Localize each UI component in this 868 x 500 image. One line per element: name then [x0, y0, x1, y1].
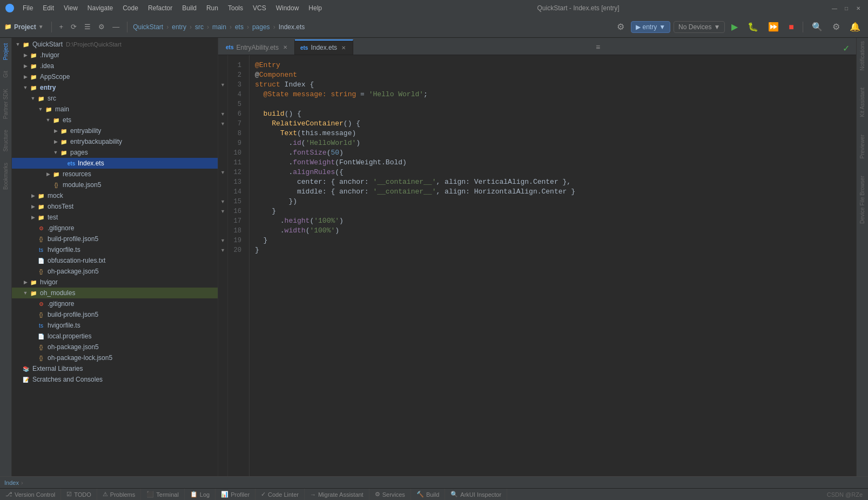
fold-arrow-3[interactable]: ▼	[220, 82, 225, 88]
tree-item-resources[interactable]: ▶📁resources	[12, 169, 218, 179]
bottom-tab-log[interactable]: 📋 Log	[185, 489, 216, 500]
tree-item-indexets[interactable]: etsIndex.ets	[12, 158, 218, 169]
breadcrumb-quickstart[interactable]: QuickStart	[133, 23, 163, 31]
bottom-tab-migrate[interactable]: → Migrate Assistant	[305, 489, 369, 500]
tree-item-ohpackage[interactable]: {}oh-package.json5	[12, 266, 218, 277]
menu-view[interactable]: View	[59, 3, 82, 14]
tree-arrow-pages[interactable]: ▼	[52, 150, 59, 155]
sidebar-bookmarks-toggle[interactable]: Bookmarks	[2, 159, 10, 193]
tree-arrow-ets[interactable]: ▼	[44, 117, 52, 123]
bottom-tab-terminal[interactable]: ⬛ Terminal	[141, 489, 185, 500]
tab-actions-button[interactable]: ≡	[594, 42, 602, 52]
tree-item-buildprofile2[interactable]: {}build-profile.json5	[12, 309, 218, 320]
minimize-button[interactable]: —	[830, 4, 839, 12]
new-file-button[interactable]: +	[57, 22, 66, 32]
tree-item-entryability[interactable]: ▶📁entryability	[12, 125, 218, 136]
breadcrumb-entry[interactable]: entry	[172, 23, 186, 31]
right-kit-assistant[interactable]: Kit Assistant	[858, 84, 866, 120]
menu-tools[interactable]: Tools	[224, 3, 247, 14]
sidebar-sdk-toggle[interactable]: Partner SDK	[2, 85, 10, 122]
tree-arrow-ohmodules[interactable]: ▼	[22, 290, 29, 296]
bottom-tab-arkui-inspector[interactable]: 🔍 ArkUI Inspector	[445, 489, 507, 500]
tree-arrow-hvigor2[interactable]: ▶	[22, 279, 29, 285]
fold-arrow-20[interactable]: ▼	[220, 248, 225, 253]
search-button[interactable]: 🔍	[809, 19, 826, 34]
bottom-tab-todo[interactable]: ☑ TODO	[61, 489, 97, 500]
tree-item-hvigor1[interactable]: ▶📁.hvigor	[12, 50, 218, 61]
breadcrumb-src[interactable]: src	[195, 23, 204, 31]
bottom-tab-services[interactable]: ⚙ Services	[369, 489, 411, 500]
fold-arrow-19[interactable]: ▼	[220, 238, 225, 243]
bottom-tab-code-linter[interactable]: ✓ Code Linter	[255, 489, 305, 500]
settings2-button[interactable]: ⚙	[829, 19, 843, 34]
tree-item-ohmodules[interactable]: ▼📁oh_modules	[12, 288, 218, 298]
tree-item-entrybackupability[interactable]: ▶📁entrybackupability	[12, 136, 218, 147]
tree-arrow-main[interactable]: ▼	[37, 106, 44, 112]
menu-help[interactable]: Help	[304, 3, 326, 14]
tree-arrow-resources[interactable]: ▶	[44, 171, 52, 177]
tree-arrow-test[interactable]: ▶	[29, 215, 37, 220]
tab-index-close[interactable]: ✕	[340, 44, 347, 51]
right-notifications[interactable]: Notifications	[858, 38, 866, 74]
tree-item-hvigor2[interactable]: ▶📁hvigor	[12, 277, 218, 288]
tree-item-buildprofile[interactable]: {}build-profile.json5	[12, 234, 218, 244]
filter-button[interactable]: ☰	[82, 22, 93, 32]
tree-arrow-hvigor1[interactable]: ▶	[22, 52, 29, 58]
stop-button[interactable]: ■	[785, 20, 797, 34]
tree-arrow-idea[interactable]: ▶	[22, 63, 29, 69]
fold-arrow-6[interactable]: ▼	[220, 111, 225, 117]
tree-arrow-quickstart[interactable]: ▼	[14, 42, 22, 47]
tree-arrow-src[interactable]: ▼	[29, 96, 37, 101]
tree-item-idea[interactable]: ▶📁.idea	[12, 61, 218, 71]
gear-settings-button[interactable]: ⚙	[614, 19, 628, 34]
tree-item-test[interactable]: ▶📁test	[12, 212, 218, 223]
menu-window[interactable]: Window	[272, 3, 304, 14]
fold-arrow-12[interactable]: ▼	[220, 170, 225, 175]
tree-arrow-entry[interactable]: ▼	[22, 85, 29, 90]
tree-item-hvigorfile2[interactable]: tshvigorfile.ts	[12, 320, 218, 331]
device-dropdown[interactable]: No Devices ▼	[674, 21, 725, 33]
tree-item-ets[interactable]: ▼📁ets	[12, 115, 218, 125]
tree-item-ohpackagelock[interactable]: {}oh-package-lock.json5	[12, 352, 218, 363]
tree-item-gitignore1[interactable]: ⚙.gitignore	[12, 223, 218, 234]
run-button[interactable]: ▶	[728, 19, 741, 34]
tree-item-mock[interactable]: ▶📁mock	[12, 190, 218, 201]
sync-button[interactable]: ⟳	[69, 22, 79, 32]
project-dropdown[interactable]: 📁 Project ▼	[4, 23, 44, 31]
menu-build[interactable]: Build	[178, 3, 201, 14]
menu-edit[interactable]: Edit	[38, 3, 58, 14]
profile-button[interactable]: ⏩	[765, 19, 782, 34]
tree-item-pages[interactable]: ▼📁pages	[12, 147, 218, 158]
tree-item-gitignore2[interactable]: ⚙.gitignore	[12, 298, 218, 309]
sidebar-project-toggle[interactable]: Project	[2, 40, 10, 63]
tree-item-entry[interactable]: ▼📁entry	[12, 82, 218, 93]
code-content[interactable]: @Entry@Componentstruct Index { @State me…	[250, 55, 856, 476]
sidebar-git-toggle[interactable]: Git	[2, 68, 10, 81]
tree-item-extlib[interactable]: 📚External Libraries	[12, 363, 218, 374]
bottom-tab-build[interactable]: 🔨 Build	[411, 489, 445, 500]
menu-navigate[interactable]: Navigate	[83, 3, 117, 14]
close-button[interactable]: ✕	[854, 4, 863, 12]
collapse-button[interactable]: —	[110, 22, 122, 32]
breadcrumb-main[interactable]: main	[212, 23, 226, 31]
run-config-dropdown[interactable]: ▶ entry ▼	[631, 21, 671, 33]
tree-arrow-ohostest[interactable]: ▶	[29, 204, 37, 209]
tab-entryability-close[interactable]: ✕	[281, 44, 289, 51]
tree-item-obfuscation[interactable]: 📄obfuscation-rules.txt	[12, 255, 218, 266]
tree-item-scratches[interactable]: 📝Scratches and Consoles	[12, 374, 218, 385]
menu-file[interactable]: File	[18, 3, 37, 14]
fold-arrow-16[interactable]: ▼	[220, 209, 225, 214]
tree-arrow-entrybackupability[interactable]: ▶	[52, 139, 59, 144]
tree-item-hvigorfile1[interactable]: tshvigorfile.ts	[12, 244, 218, 255]
menu-vcs[interactable]: VCS	[248, 3, 271, 14]
tree-item-quickstart[interactable]: ▼📁QuickStartD:\Project\QuickStart	[12, 39, 218, 50]
tree-item-modulejson5[interactable]: {}module.json5	[12, 179, 218, 190]
breadcrumb-ets[interactable]: ets	[235, 23, 244, 31]
notifications-button[interactable]: 🔔	[846, 19, 864, 34]
right-device-file-browser[interactable]: Device File Browser	[858, 172, 866, 227]
tree-item-src[interactable]: ▼📁src	[12, 93, 218, 104]
tree-item-appscope[interactable]: ▶📁AppScope	[12, 71, 218, 82]
maximize-button[interactable]: □	[842, 4, 851, 12]
index-label[interactable]: Index	[4, 479, 19, 486]
bottom-tab-problems[interactable]: ⚠ Problems	[97, 489, 141, 500]
